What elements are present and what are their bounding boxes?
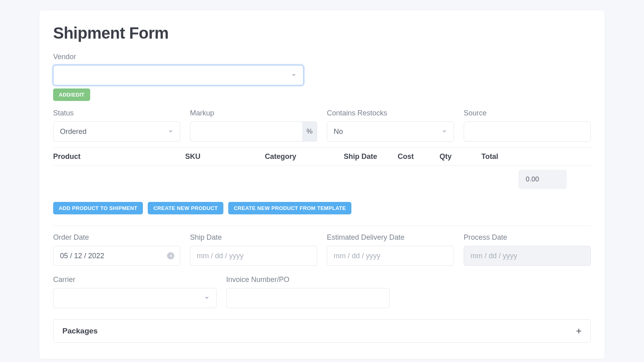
ship-date-placeholder: mm / dd / yyyy xyxy=(197,252,244,260)
plus-icon[interactable]: + xyxy=(576,326,582,336)
order-date-label: Order Date xyxy=(53,233,180,242)
process-date-label: Process Date xyxy=(464,233,591,242)
create-product-from-template-button[interactable]: Create New Product From Template xyxy=(228,202,352,214)
packages-panel[interactable]: Packages + xyxy=(53,319,591,343)
status-value: Ordered xyxy=(60,128,87,136)
invoice-input-field[interactable] xyxy=(233,288,383,308)
ship-date-input[interactable]: mm / dd / yyyy xyxy=(190,246,317,266)
status-label: Status xyxy=(53,109,180,117)
carrier-label: Carrier xyxy=(53,276,217,284)
th-total: Total xyxy=(481,152,591,161)
restocks-value: No xyxy=(334,128,343,136)
restocks-label: Contains Restocks xyxy=(327,109,454,117)
th-cost: Cost xyxy=(398,152,440,161)
order-date-input[interactable]: 05 / 12 / 2022 ✕ xyxy=(53,246,180,266)
vendor-select[interactable] xyxy=(53,65,303,85)
restocks-select[interactable]: No xyxy=(327,121,454,142)
shipment-form-card: Shipment Form Vendor Add/Edit Status Ord… xyxy=(39,10,605,359)
total-value: 0.00 xyxy=(518,170,567,189)
edd-label: Estimated Delivery Date xyxy=(327,233,454,242)
markup-input-field[interactable] xyxy=(197,122,296,141)
markup-label: Markup xyxy=(190,109,317,117)
source-label: Source xyxy=(464,109,591,117)
chevron-down-icon xyxy=(292,74,296,76)
ship-date-label: Ship Date xyxy=(190,233,317,242)
order-date-value: 05 / 12 / 2022 xyxy=(60,252,104,260)
edd-placeholder: mm / dd / yyyy xyxy=(334,252,380,260)
th-sku: SKU xyxy=(185,152,265,161)
markup-input[interactable] xyxy=(190,121,302,142)
th-category: Category xyxy=(265,152,344,161)
vendor-label: Vendor xyxy=(53,53,591,61)
page-title: Shipment Form xyxy=(53,24,591,42)
source-input-field[interactable] xyxy=(471,122,584,141)
carrier-select[interactable] xyxy=(53,288,217,308)
invoice-label: Invoice Number/PO xyxy=(226,276,390,284)
th-qty: Qty xyxy=(440,152,481,161)
vendor-add-edit-button[interactable]: Add/Edit xyxy=(53,88,90,101)
percent-suffix: % xyxy=(302,121,317,142)
add-product-button[interactable]: Add Product To Shipment xyxy=(53,202,143,214)
invoice-input[interactable] xyxy=(226,288,390,308)
product-table: Product SKU Category Ship Date Cost Qty … xyxy=(53,147,591,166)
chevron-down-icon xyxy=(169,131,173,133)
process-date-input[interactable]: mm / dd / yyyy xyxy=(464,246,591,266)
process-date-placeholder: mm / dd / yyyy xyxy=(471,252,517,260)
source-input[interactable] xyxy=(464,121,591,142)
chevron-down-icon xyxy=(442,131,446,133)
status-select[interactable]: Ordered xyxy=(53,121,180,142)
th-product: Product xyxy=(53,152,185,161)
clear-icon[interactable]: ✕ xyxy=(167,252,174,259)
divider xyxy=(53,226,591,226)
chevron-down-icon xyxy=(205,297,209,299)
packages-label: Packages xyxy=(62,327,98,335)
create-product-button[interactable]: Create New Product xyxy=(148,202,223,214)
edd-input[interactable]: mm / dd / yyyy xyxy=(327,246,454,266)
th-ship-date: Ship Date xyxy=(344,152,398,161)
